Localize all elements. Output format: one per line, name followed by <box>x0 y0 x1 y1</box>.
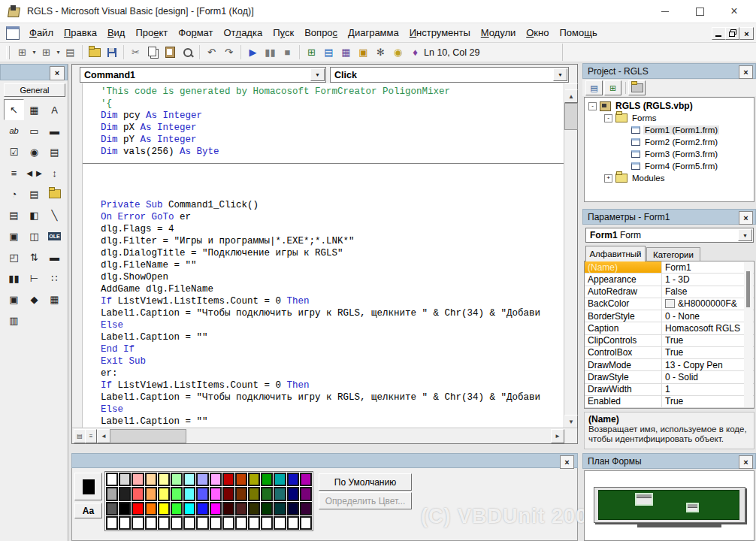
toolbar-add-project-dropdown[interactable]: ▾ <box>55 49 62 56</box>
palette-color[interactable] <box>287 502 299 515</box>
property-row-drawstyle[interactable]: DrawStyle0 - Solid <box>585 371 754 383</box>
code-vertical-scrollbar[interactable]: ▲ ▼ <box>564 83 577 428</box>
mdi-restore-button[interactable] <box>725 27 739 40</box>
property-row-enabled[interactable]: EnabledTrue <box>585 396 754 408</box>
form-thumbnail[interactable] <box>686 503 699 512</box>
palette-color[interactable] <box>300 516 312 530</box>
menu-Пуск[interactable]: Пуск <box>268 23 299 42</box>
toolbox-tab-general[interactable]: General <box>4 83 65 97</box>
palette-color[interactable] <box>300 473 312 486</box>
menu-Файл[interactable]: Файл <box>24 23 59 42</box>
menu-Отладка[interactable]: Отладка <box>218 23 268 42</box>
palette-color[interactable] <box>196 473 208 486</box>
toolbar-add-project-button[interactable]: ⊞ <box>38 44 55 60</box>
procedure-view-button[interactable]: ▤ <box>74 429 86 443</box>
tool-listview[interactable]: ∷ <box>44 267 65 289</box>
palette-color[interactable] <box>183 473 195 486</box>
tool-checkbox[interactable]: ☑ <box>4 141 24 162</box>
palette-color[interactable] <box>248 473 260 486</box>
palette-color[interactable] <box>158 516 170 530</box>
palette-color[interactable] <box>261 502 273 515</box>
palette-color[interactable] <box>287 473 299 486</box>
tool-timer[interactable]: ◔ <box>4 183 24 204</box>
tool-label[interactable]: A <box>44 99 65 120</box>
form-layout-close-button[interactable]: × <box>739 455 753 469</box>
font-color-button[interactable]: Aa <box>74 503 102 518</box>
palette-color[interactable] <box>222 502 234 515</box>
tool-image[interactable]: ▣ <box>4 225 24 246</box>
palette-color[interactable] <box>235 487 247 500</box>
object-selector-combo[interactable]: Form1 Form ▼ <box>585 228 754 243</box>
menu-Инструменты[interactable]: Инструменты <box>404 23 476 42</box>
tree-item-form2[interactable]: Form2 (Form2.frm) <box>585 136 754 148</box>
palette-color[interactable] <box>196 502 208 515</box>
property-row-borderstyle[interactable]: BorderStyle0 - None <box>585 310 754 322</box>
palette-color[interactable] <box>235 516 247 530</box>
properties-scrollbar[interactable] <box>744 262 753 407</box>
palette-color[interactable] <box>210 502 222 515</box>
scroll-left-button[interactable]: ◄ <box>97 429 110 443</box>
mdi-minimize-button[interactable] <box>712 27 726 40</box>
module-view-button[interactable]: ≡ <box>85 429 97 443</box>
palette-color[interactable] <box>171 516 183 530</box>
collapse-box-icon[interactable]: - <box>588 102 597 110</box>
tool-textbox[interactable]: ab <box>4 120 24 141</box>
expand-box-icon[interactable]: + <box>604 174 612 183</box>
palette-color[interactable] <box>158 487 170 500</box>
tree-item-form1[interactable]: Form1 (Form1.frm) <box>585 124 754 136</box>
property-row-autoredraw[interactable]: AutoRedrawFalse <box>585 286 754 298</box>
palette-color[interactable] <box>119 487 131 500</box>
toolbar-break-button[interactable]: ▮▮ <box>262 44 279 60</box>
palette-color[interactable] <box>158 473 170 486</box>
menu-Проект[interactable]: Проект <box>130 23 173 42</box>
current-color-button[interactable] <box>74 473 102 500</box>
palette-color[interactable] <box>106 516 118 530</box>
tool-sstab[interactable]: ◰ <box>4 246 24 267</box>
palette-color[interactable] <box>106 473 118 486</box>
palette-color[interactable] <box>145 502 157 515</box>
object-dropdown-button[interactable]: ▼ <box>310 68 325 81</box>
toolbar-form-layout-button[interactable]: ▦ <box>337 44 355 60</box>
define-color-button[interactable]: Определить Цвет... <box>319 492 412 509</box>
menu-Вопрос[interactable]: Вопрос <box>299 23 343 42</box>
toolbar-component-manager-button[interactable]: ♦ <box>407 44 424 60</box>
toolbar-open-button[interactable] <box>86 44 103 60</box>
property-row-clipcontrols[interactable]: ClipControlsTrue <box>585 335 754 347</box>
tool-combobox[interactable]: ▤ <box>44 141 65 162</box>
tool-imagelist[interactable]: ▣ <box>4 289 24 310</box>
view-code-button[interactable]: ▤ <box>585 80 603 95</box>
code-editor[interactable]: 'This code is generated by Homacosoft Fo… <box>72 83 565 428</box>
property-row-drawwidth[interactable]: DrawWidth1 <box>585 384 754 396</box>
tool-slider[interactable]: ◆ <box>24 289 44 310</box>
tool-line[interactable]: ╲ <box>44 204 65 225</box>
palette-color[interactable] <box>158 502 170 515</box>
palette-color[interactable] <box>171 473 183 486</box>
palette-color[interactable] <box>171 487 183 500</box>
palette-color[interactable] <box>235 473 247 486</box>
project-close-button[interactable]: × <box>739 65 753 79</box>
tool-shape[interactable]: ◧ <box>24 204 44 225</box>
palette-color[interactable] <box>210 487 222 500</box>
default-color-button[interactable]: По Умолчанию <box>319 473 412 491</box>
tool-updown[interactable]: ⇅ <box>24 246 44 267</box>
property-row-drawmode[interactable]: DrawMode13 - Copy Pen <box>585 359 754 371</box>
properties-scroll-thumb[interactable] <box>746 271 750 307</box>
palette-color[interactable] <box>171 502 183 515</box>
scroll-up-button[interactable]: ▲ <box>564 89 578 103</box>
toolbar-add-form-dropdown[interactable]: ▾ <box>31 49 38 56</box>
toolbar-toolbox-button[interactable]: ✻ <box>372 44 389 60</box>
event-dropdown-button[interactable]: ▼ <box>553 68 567 81</box>
object-selector-button[interactable]: ▼ <box>738 229 752 241</box>
palette-color[interactable] <box>210 473 222 486</box>
property-row-caption[interactable]: CaptionHomacosoft RGLS <box>585 322 754 334</box>
property-row-appearance[interactable]: Appearance1 - 3D <box>585 274 754 286</box>
tool-flexgrid[interactable]: ▦ <box>44 289 65 310</box>
view-object-button[interactable]: ⊞ <box>604 80 621 95</box>
palette-color[interactable] <box>222 487 234 500</box>
tree-item-forms[interactable]: -Forms <box>585 112 754 124</box>
palette-color[interactable] <box>274 516 286 530</box>
toolbar-redo-button[interactable]: ↷ <box>220 44 237 60</box>
palette-color[interactable] <box>248 516 260 530</box>
palette-color[interactable] <box>248 502 260 515</box>
tool-filelistbox[interactable]: ▤ <box>4 204 24 225</box>
